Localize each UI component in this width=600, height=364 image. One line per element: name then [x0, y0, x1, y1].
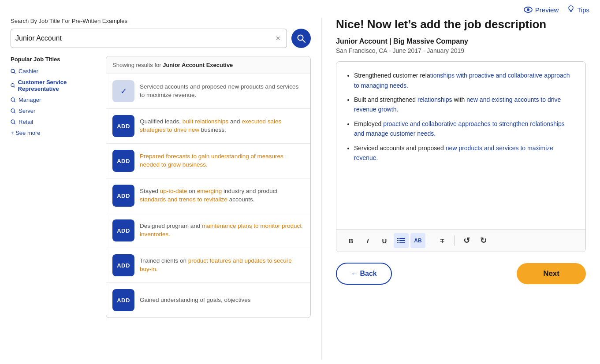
- list-icon: [397, 238, 405, 244]
- eye-icon: [524, 7, 533, 13]
- result-text: Prepared forecasts to gain understanding…: [140, 152, 304, 169]
- toolbar-spelling[interactable]: AB: [410, 233, 425, 248]
- svg-line-5: [302, 40, 305, 42]
- svg-rect-18: [397, 240, 399, 241]
- svg-rect-19: [399, 240, 405, 241]
- search-small-icon4: [11, 108, 16, 114]
- result-text: Designed program and maintenance plans t…: [140, 222, 304, 239]
- list-item: Built and strengthened relationships wit…: [354, 95, 577, 115]
- search-row: ×: [11, 29, 311, 48]
- editor-toolbar: B I U AB T ↺ ↻: [336, 229, 585, 252]
- svg-rect-3: [570, 11, 572, 12]
- svg-rect-16: [397, 238, 399, 239]
- results-term: Junior Account Executive: [163, 62, 233, 68]
- lightbulb-icon: [567, 5, 574, 14]
- result-text: Qualified leads, built relationships and…: [140, 118, 304, 134]
- svg-line-9: [14, 86, 15, 88]
- result-item: ADD Stayed up-to-date on emerging indust…: [106, 178, 310, 213]
- popular-item-cashier[interactable]: Cashier: [11, 68, 99, 74]
- toolbar-list[interactable]: [394, 233, 409, 248]
- top-bar: Preview Tips: [0, 0, 600, 18]
- add-button[interactable]: ADD: [112, 115, 134, 137]
- page-title: Nice! Now let’s add the job description: [336, 18, 586, 31]
- results-col: Showing results for Junior Account Execu…: [106, 56, 311, 318]
- toolbar-clear-format[interactable]: T: [435, 233, 450, 248]
- add-button[interactable]: ADD: [112, 219, 134, 241]
- bottom-row: ← Back Next: [336, 259, 586, 285]
- see-more-link[interactable]: + See more: [11, 130, 99, 136]
- editor-box: Strengthened customer relationships with…: [336, 61, 586, 252]
- preview-label: Preview: [535, 6, 559, 14]
- svg-point-10: [11, 98, 15, 101]
- search-small-icon5: [11, 119, 16, 125]
- search-input-wrap: ×: [11, 29, 287, 48]
- search-small-icon3: [11, 97, 16, 103]
- editor-content[interactable]: Strengthened customer relationships with…: [336, 62, 585, 229]
- job-meta: San Francisco, CA - June 2017 - January …: [336, 47, 586, 54]
- two-col: Popular Job Titles Cashier Customer Serv…: [11, 56, 311, 318]
- result-text: Stayed up-to-date on emerging industry a…: [140, 187, 304, 204]
- result-text: Gained understanding of goals, objective…: [140, 296, 250, 305]
- popular-item-csr[interactable]: Customer Service Representative: [11, 79, 99, 92]
- search-label: Search By Job Title For Pre-Written Exam…: [11, 18, 311, 24]
- main-layout: Search By Job Title For Pre-Written Exam…: [0, 18, 600, 360]
- svg-point-1: [527, 8, 529, 11]
- add-button[interactable]: ADD: [112, 289, 134, 311]
- tips-button[interactable]: Tips: [567, 5, 589, 14]
- toolbar-undo[interactable]: ↺: [459, 233, 474, 248]
- job-subtitle: Junior Account | Big Massive Company: [336, 37, 586, 45]
- list-item: Serviced accounts and proposed new produ…: [354, 143, 577, 163]
- back-label: ← Back: [351, 270, 377, 278]
- svg-point-6: [11, 69, 15, 73]
- popular-item-manager[interactable]: Manager: [11, 97, 99, 103]
- bullet-list: Strengthened customer relationships with…: [345, 71, 577, 163]
- popular-item-retail[interactable]: Retail: [11, 119, 99, 125]
- svg-line-13: [14, 112, 15, 113]
- back-button[interactable]: ← Back: [336, 263, 392, 285]
- added-button: ✓: [112, 80, 134, 102]
- preview-button[interactable]: Preview: [524, 6, 559, 14]
- search-small-icon: [11, 69, 16, 74]
- result-text: Serviced accounts and proposed new produ…: [140, 83, 304, 100]
- add-button[interactable]: ADD: [112, 254, 134, 276]
- result-item: ADD Prepared forecasts to gain understan…: [106, 144, 310, 178]
- popular-col: Popular Job Titles Cashier Customer Serv…: [11, 56, 99, 318]
- result-item: ✓ Serviced accounts and proposed new pro…: [106, 74, 310, 109]
- svg-rect-2: [570, 10, 572, 11]
- svg-point-12: [11, 109, 15, 112]
- svg-rect-17: [399, 238, 405, 239]
- result-item: ADD Gained understanding of goals, objec…: [106, 283, 310, 318]
- toolbar-divider2: [454, 235, 455, 246]
- results-header: Showing results for Junior Account Execu…: [106, 56, 310, 74]
- search-small-icon2: [11, 83, 15, 88]
- svg-line-7: [14, 72, 15, 74]
- search-clear-button[interactable]: ×: [274, 34, 282, 43]
- svg-point-8: [11, 84, 14, 87]
- next-label: Next: [543, 269, 559, 278]
- toolbar-redo[interactable]: ↻: [476, 233, 491, 248]
- svg-rect-21: [399, 242, 405, 243]
- add-button[interactable]: ADD: [112, 185, 134, 207]
- list-item: Employed proactive and collaborative app…: [354, 119, 577, 139]
- popular-item-server[interactable]: Server: [11, 108, 99, 114]
- svg-rect-20: [397, 242, 399, 243]
- svg-point-14: [11, 120, 15, 123]
- search-go-button[interactable]: [291, 29, 311, 48]
- list-item: Strengthened customer relationships with…: [354, 71, 577, 90]
- svg-line-11: [14, 101, 15, 102]
- toolbar-underline[interactable]: U: [377, 233, 392, 248]
- search-input[interactable]: [15, 34, 274, 42]
- results-list: ✓ Serviced accounts and proposed new pro…: [106, 74, 310, 318]
- result-item: ADD Designed program and maintenance pla…: [106, 213, 310, 248]
- result-item: ADD Qualified leads, built relationships…: [106, 109, 310, 144]
- result-item: ADD Trained clients on product features …: [106, 248, 310, 283]
- toolbar-divider: [430, 235, 430, 246]
- right-panel: Nice! Now let’s add the job description …: [322, 18, 600, 360]
- add-button[interactable]: ADD: [112, 150, 134, 172]
- popular-title: Popular Job Titles: [11, 56, 99, 63]
- tips-label: Tips: [577, 6, 589, 14]
- next-button[interactable]: Next: [517, 263, 586, 284]
- toolbar-bold[interactable]: B: [343, 233, 358, 248]
- toolbar-italic[interactable]: I: [360, 233, 375, 248]
- svg-line-15: [14, 123, 15, 124]
